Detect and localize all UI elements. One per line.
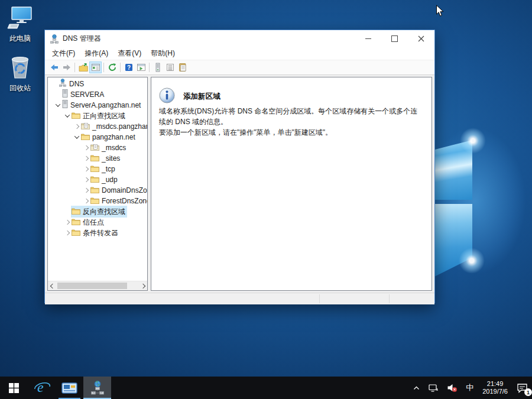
collapsed-chevron-icon[interactable] [73,125,80,128]
menu-item-view[interactable]: 查看(V) [113,47,146,60]
tree-item-forestdnszones[interactable]: ForestDnsZones [48,196,147,206]
chevron-up-icon [413,384,420,392]
forward-icon [62,63,72,72]
scroll-right-arrow[interactable] [138,281,147,290]
taskbar-dns-manager-button[interactable] [83,377,111,399]
folder-icon [72,217,80,228]
collapsed-chevron-icon[interactable] [82,189,90,192]
scrollbar-thumb[interactable] [57,283,127,289]
delegated-folder-icon [81,121,90,132]
tree-item-conditional-forwarders[interactable]: 条件转发器 [48,228,147,238]
desktop-icon-recycle-bin[interactable]: 回收站 [1,54,39,93]
ime-indicator[interactable]: 中 [462,377,478,399]
refresh-button[interactable] [106,61,118,73]
show-hide-console-tree-icon [91,63,100,72]
maximize-button[interactable] [381,30,408,47]
back-button[interactable] [48,61,60,73]
refresh-icon [108,63,117,72]
menu-item-action[interactable]: 操作(A) [80,47,113,60]
show-hide-console-tree-button[interactable] [89,61,102,73]
close-button[interactable] [408,30,434,47]
forward-button[interactable] [60,61,73,73]
expanded-chevron-icon[interactable] [73,135,80,139]
tree-item-domaindnszones[interactable]: DomainDnsZones [48,185,147,196]
internet-explorer-icon: e [33,379,51,396]
dns-manager-window: DNS 管理器 文件(F) 操作(A) 查看(V) 帮助(H) [44,30,435,303]
menu-item-help[interactable]: 帮助(H) [146,47,180,60]
menu-bar: 文件(F) 操作(A) 查看(V) 帮助(H) [45,47,434,60]
desktop-icon-this-pc[interactable]: 此电脑 [1,6,39,44]
detail-body-1: 域名称系统(DNS)允许将 DNS 命名空间分成区域。每个区域存储有关一个或多个… [159,106,424,127]
minimize-icon [365,38,371,39]
taskbar-server-manager-button[interactable] [56,377,83,399]
window-title: DNS 管理器 [63,34,101,44]
status-bar [45,293,434,304]
collapsed-chevron-icon[interactable] [63,220,71,224]
tree-item-forward-lookup-zones[interactable]: 正向查找区域 [48,111,147,121]
help-icon: ? [124,63,134,72]
folder-icon [81,132,90,142]
tree-item-reverse-lookup-zones[interactable]: 反向查找区域 [48,206,147,217]
taskbar-clock[interactable]: 21:49 2019/7/6 [478,380,512,395]
collapsed-chevron-icon[interactable] [82,178,90,181]
scroll-left-arrow[interactable] [48,281,57,290]
export-list-button[interactable] [164,61,176,73]
server-icon [62,89,68,100]
folder-icon [72,206,80,217]
tree-item-msdcs[interactable]: _msdcs [48,142,147,153]
tree-item-servera[interactable]: SERVERA [48,89,147,100]
tree-item-trust-points[interactable]: 信任点 [48,217,147,228]
hidden-icons-chevron[interactable] [408,377,424,399]
console-tree-panel[interactable]: DNS SERVERA ServerA.pangzhan.net [47,77,148,291]
server-status-button[interactable] [151,61,164,73]
tree-item-servera-pangzhan-net[interactable]: ServerA.pangzhan.net [48,100,147,111]
collapsed-chevron-icon[interactable] [82,199,90,203]
recycle-bin-icon [8,54,33,82]
desktop-icon-label: 回收站 [9,83,31,93]
toolbar: ? [45,60,434,75]
close-icon [418,35,424,42]
folder-icon [90,174,99,185]
wallpaper-logo-pane-bottom [434,204,472,277]
properties-button[interactable] [176,61,189,73]
server-manager-icon [61,381,77,395]
network-icon [429,384,439,392]
export-list-icon [166,63,175,72]
collapsed-chevron-icon[interactable] [63,231,71,235]
dns-app-icon [50,34,59,44]
tree-item-tcp[interactable]: _tcp [48,164,147,174]
desktop-icon-label: 此电脑 [9,34,31,44]
minimize-button[interactable] [355,30,381,47]
this-pc-icon [7,6,33,33]
up-one-level-icon [79,63,88,72]
expanded-chevron-icon[interactable] [63,114,71,118]
server-icon [62,100,68,111]
tree-item-msdcs-pangzhan-net[interactable]: _msdcs.pangzhan.net [48,121,147,132]
folder-icon [90,196,99,206]
expanded-chevron-icon[interactable] [54,103,61,107]
collapsed-chevron-icon[interactable] [82,146,90,150]
mouse-cursor [436,5,445,20]
up-one-level-button[interactable] [77,61,89,73]
horizontal-scrollbar[interactable] [48,281,147,290]
menu-item-file[interactable]: 文件(F) [47,47,80,60]
start-button[interactable] [0,377,28,399]
tree-item-sites[interactable]: _sites [48,153,147,164]
title-bar[interactable]: DNS 管理器 [45,30,434,47]
action-center-button[interactable]: 1 [512,377,532,399]
volume-status[interactable] [443,377,462,399]
tree-item-dns[interactable]: DNS [48,79,147,89]
dns-root-icon [59,79,67,89]
collapsed-chevron-icon[interactable] [82,167,90,171]
folder-icon [90,185,99,196]
info-icon [159,87,175,106]
tree-item-udp[interactable]: _udp [48,174,147,185]
collapsed-chevron-icon[interactable] [82,157,90,160]
help-button[interactable]: ? [122,61,135,73]
tree-item-pangzhan-net[interactable]: pangzhan.net [48,132,147,142]
window-content: DNS SERVERA ServerA.pangzhan.net [45,75,434,293]
network-status[interactable] [424,377,443,399]
new-window-button[interactable] [135,61,147,73]
folder-icon [72,111,80,121]
taskbar-internet-explorer-button[interactable]: e [28,377,56,399]
